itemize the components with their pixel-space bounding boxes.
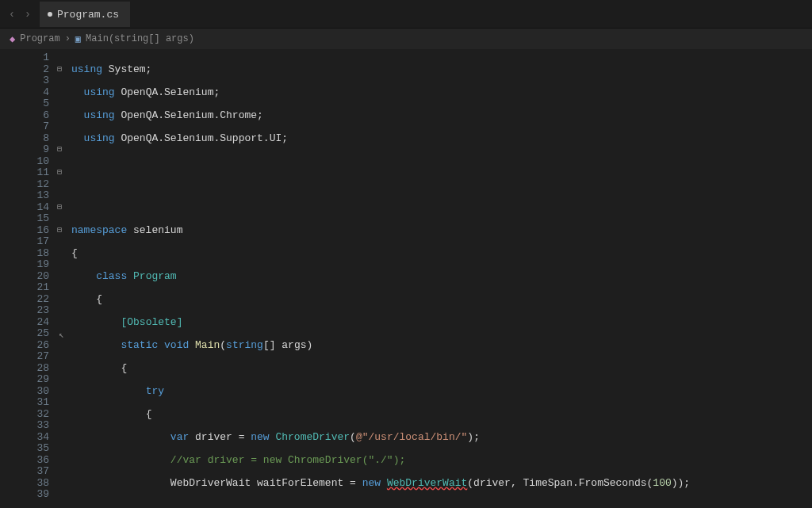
line-number: 16 <box>0 225 49 237</box>
line-number: 19 <box>0 259 49 271</box>
line-number: 24 <box>0 317 49 329</box>
line-number: 10 <box>0 156 49 168</box>
line-number: 18 <box>0 248 49 260</box>
line-number-gutter: 1234567891011121314151617181920212223242… <box>0 49 57 508</box>
modified-indicator-icon <box>48 12 52 17</box>
code-editor[interactable]: 1234567891011121314151617181920212223242… <box>0 49 812 508</box>
tabbar: ‹ › Program.cs <box>0 0 812 29</box>
line-number: 25 <box>0 328 49 340</box>
breadcrumb-method[interactable]: Main(string[] args) <box>86 33 194 44</box>
class-icon: ◆ <box>10 33 15 45</box>
breadcrumb-class[interactable]: Program <box>20 33 59 44</box>
line-number: 30 <box>0 386 49 398</box>
line-number: 32 <box>0 409 49 421</box>
nav-forward-icon[interactable]: › <box>21 7 35 21</box>
line-number: 20 <box>0 271 49 283</box>
nav-back-icon[interactable]: ‹ <box>5 7 19 21</box>
line-number: 27 <box>0 351 49 363</box>
line-number: 29 <box>0 374 49 386</box>
line-number: 26 <box>0 340 49 352</box>
line-number: 4 <box>0 87 49 99</box>
line-number: 31 <box>0 397 49 409</box>
line-number: 14 <box>0 202 49 214</box>
line-number: 7 <box>0 121 49 133</box>
line-number: 5 <box>0 98 49 110</box>
method-icon: ▣ <box>75 33 81 45</box>
line-number: 11 <box>0 167 49 179</box>
line-number: 22 <box>0 294 49 306</box>
line-number: 15 <box>0 213 49 225</box>
line-number: 38 <box>0 478 49 490</box>
breadcrumb-sep: › <box>65 33 71 44</box>
line-number: 9 <box>0 144 49 156</box>
line-number: 35 <box>0 443 49 455</box>
fold-column[interactable]: ⊟⊟⊟⊟⊟ <box>57 49 71 508</box>
line-number: 23 <box>0 305 49 317</box>
line-number: 3 <box>0 75 49 87</box>
line-number: 12 <box>0 179 49 191</box>
line-number: 21 <box>0 282 49 294</box>
line-number: 8 <box>0 133 49 145</box>
line-number: 34 <box>0 432 49 444</box>
line-number: 36 <box>0 455 49 467</box>
breadcrumb: ◆ Program › ▣ Main(string[] args) <box>0 29 812 49</box>
line-number: 2 <box>0 64 49 76</box>
line-number: 1 <box>0 52 49 64</box>
line-number: 37 <box>0 466 49 478</box>
line-number: 33 <box>0 420 49 432</box>
file-tab[interactable]: Program.cs <box>40 2 130 27</box>
line-number: 28 <box>0 363 49 375</box>
cursor-glyph-icon: ↖ <box>59 330 64 340</box>
line-number: 6 <box>0 110 49 122</box>
line-number: 17 <box>0 236 49 248</box>
tab-filename: Program.cs <box>57 9 119 21</box>
code-area[interactable]: using System; using OpenQA.Selenium; usi… <box>71 49 812 508</box>
line-number: 13 <box>0 190 49 202</box>
line-number: 39 <box>0 489 49 501</box>
nav-arrows: ‹ › <box>0 7 40 21</box>
